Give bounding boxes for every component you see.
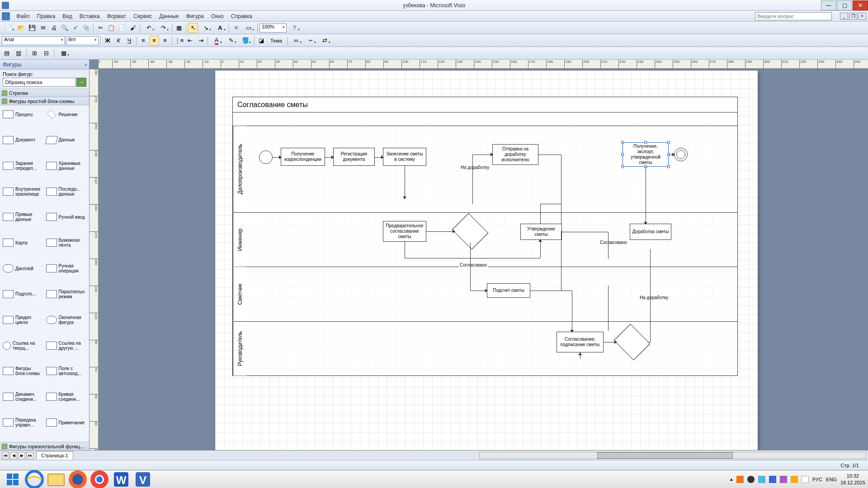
align-right-button[interactable]: ≡ xyxy=(160,36,170,46)
copy-button[interactable]: 📋 xyxy=(106,23,116,33)
research-button[interactable]: 📎 xyxy=(81,23,91,33)
canvas[interactable]: Согласование сметы Делопроизводитель Пол… xyxy=(99,69,868,450)
connector-tool[interactable]: ↘ xyxy=(199,23,212,33)
tray-clock[interactable]: 10:32 18.12.2015 xyxy=(840,473,865,486)
increase-indent-button[interactable]: ⇥ xyxy=(196,36,206,46)
chrome-icon[interactable] xyxy=(89,471,110,488)
menu-window[interactable]: Окно xyxy=(208,12,227,20)
line-color-button[interactable]: ✎ xyxy=(224,36,238,46)
shapes-panel-close[interactable]: × xyxy=(85,62,87,67)
zoom-combo[interactable]: 100% xyxy=(259,23,287,33)
line-pattern-button[interactable]: ┉ xyxy=(304,36,317,46)
shape-stencil-item[interactable]: Ссылка на другую ... xyxy=(45,338,88,353)
box-calculate-estimate[interactable]: Подсчет сметы xyxy=(487,283,530,298)
pagetab-prev[interactable]: ◀ xyxy=(10,452,17,459)
close-button[interactable]: ✕ xyxy=(853,0,868,10)
redo-button[interactable]: ↷ xyxy=(156,23,170,33)
line-weight-button[interactable]: ═ xyxy=(289,36,303,46)
shape-stencil-item[interactable]: Параллельн. режим xyxy=(45,287,88,301)
shape-stencil-item[interactable]: Поле с автозапд... xyxy=(45,364,88,378)
preview-button[interactable]: 🔍 xyxy=(60,23,70,33)
italic-button[interactable]: К xyxy=(113,36,123,46)
connection-point-tool[interactable]: ✕ xyxy=(231,23,241,33)
menu-file[interactable]: Файл xyxy=(13,12,33,20)
box-register-document[interactable]: Регистрация документа xyxy=(333,148,375,166)
shape-stencil-item[interactable]: Внутреннее хранилище xyxy=(2,184,44,199)
align-center-button[interactable]: ≡ xyxy=(149,36,159,46)
h-scroll-thumb[interactable] xyxy=(597,452,733,459)
visio-icon[interactable] xyxy=(2,12,10,20)
start-button[interactable] xyxy=(2,471,24,488)
minimize-button[interactable]: — xyxy=(821,0,836,10)
bullets-button[interactable]: ⋮≡ xyxy=(174,36,184,46)
shape-stencil-item[interactable]: Подгото... xyxy=(2,287,44,301)
shape-stencil-item[interactable]: Процесс xyxy=(2,107,44,122)
menu-view[interactable]: Вид xyxy=(59,12,76,20)
shape-stencil-item[interactable]: Карта xyxy=(2,235,44,250)
lane-3[interactable]: Сметчик Подсчет сметы На доработку xyxy=(233,267,737,321)
shadow-button[interactable]: ◪ xyxy=(256,36,266,46)
lane-4[interactable]: Руководитель Согласование, подписание см… xyxy=(233,322,737,375)
shapes-btn-3[interactable]: ⊞ xyxy=(29,48,39,58)
shape-stencil-item[interactable]: Прямые данные xyxy=(2,210,44,224)
pagetab-1[interactable]: Страница-1 xyxy=(36,451,73,460)
shapes-cat-swimlane[interactable]: Фигуры горизонтальной функц... xyxy=(0,442,89,450)
shapes-search-go[interactable]: → xyxy=(76,78,86,87)
font-combo[interactable]: Arial xyxy=(2,36,65,45)
visio-task-icon[interactable]: V xyxy=(132,471,154,488)
lane-4-label[interactable]: Руководитель xyxy=(233,322,246,375)
lane-1[interactable]: Делопроизводитель Получение корреспонден… xyxy=(233,126,737,213)
save-button[interactable]: 💾 xyxy=(27,23,37,33)
box-preliminary-approval[interactable]: Предварительное согласование сметы xyxy=(383,221,426,242)
pagetab-next[interactable]: ▶ xyxy=(18,452,25,459)
shapes-btn-4[interactable]: ⊟ xyxy=(41,48,51,58)
box-sign-estimate[interactable]: Согласование, подписание сметы xyxy=(557,332,604,352)
shape-stencil-item[interactable]: Хранимые данные xyxy=(45,159,88,173)
help-button[interactable]: ? xyxy=(288,23,301,33)
tray-icon-2[interactable] xyxy=(747,476,755,483)
line-ends-button[interactable]: ⇄ xyxy=(318,36,332,46)
shape-stencil-item[interactable]: Примечание xyxy=(45,415,88,430)
decision-2[interactable] xyxy=(616,331,648,353)
menu-help[interactable]: Справка xyxy=(227,12,256,20)
shape-stencil-item[interactable]: Данные xyxy=(45,133,88,147)
tray-icon-6[interactable] xyxy=(791,476,798,483)
shapes-btn-5[interactable]: ▦ xyxy=(57,48,71,58)
word-icon[interactable]: W xyxy=(110,471,132,488)
cut-button[interactable]: ✂ xyxy=(95,23,105,33)
box-enter-system[interactable]: Занесение сметы в систему xyxy=(383,148,426,166)
font-color-button[interactable]: A xyxy=(210,36,223,46)
spellcheck-button[interactable]: ✔ xyxy=(71,23,80,33)
mdi-minimize[interactable]: _ xyxy=(840,13,848,20)
lane-3-label[interactable]: Сметчик xyxy=(233,267,246,321)
pagetab-last[interactable]: ⏭ xyxy=(26,452,33,459)
drawing-tools[interactable]: ▭ xyxy=(242,23,255,33)
tray-lang[interactable]: РУС xyxy=(812,477,822,482)
shape-stencil-item[interactable]: Ручная операция xyxy=(45,261,88,276)
fill-color-button[interactable]: 🪣 xyxy=(239,36,252,46)
menu-tools[interactable]: Сервис xyxy=(130,12,156,20)
shapes-btn-2[interactable]: ▥ xyxy=(14,48,24,58)
shape-stencil-item[interactable]: Заранее определ... xyxy=(2,159,44,173)
shape-stencil-item[interactable]: Ручной ввод xyxy=(45,210,88,224)
undo-button[interactable]: ↶ xyxy=(142,23,156,33)
shape-stencil-item[interactable]: Решение xyxy=(45,107,88,122)
decision-1[interactable] xyxy=(454,220,486,243)
shape-stencil-item[interactable]: Передача управл... xyxy=(2,415,44,430)
paste-button[interactable]: 📄 xyxy=(117,23,127,33)
shape-stencil-item[interactable]: Документ xyxy=(2,133,44,147)
lane-2-label[interactable]: Инженер xyxy=(233,213,246,267)
ie-icon[interactable] xyxy=(24,471,45,488)
mdi-close[interactable]: × xyxy=(858,13,866,20)
box-send-for-rework[interactable]: Отправка на доработку исполнителю xyxy=(492,144,538,165)
mdi-restore[interactable]: ❐ xyxy=(849,13,857,20)
shape-stencil-item[interactable]: Последо... данные xyxy=(45,184,88,199)
tray-input[interactable]: ENG xyxy=(826,477,837,482)
shape-stencil-item[interactable]: Фигуры блок-схемы xyxy=(2,364,44,378)
menu-format[interactable]: Формат xyxy=(103,12,130,20)
tray-icon-4[interactable] xyxy=(769,476,776,483)
lane-1-label[interactable]: Делопроизводитель xyxy=(233,126,246,212)
bold-button[interactable]: Ж xyxy=(103,36,113,46)
size-combo[interactable]: 8пт xyxy=(66,36,99,45)
box-receive-approved[interactable]: Получение, экспорт, утвержденной сметы xyxy=(623,142,669,167)
